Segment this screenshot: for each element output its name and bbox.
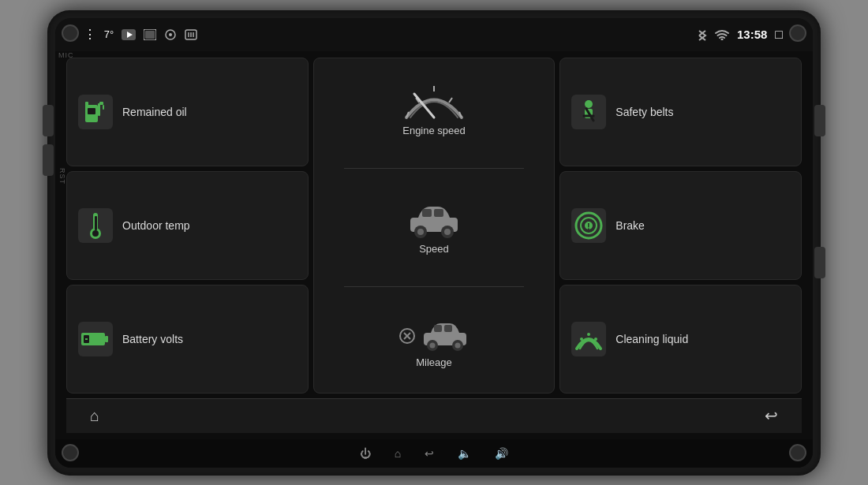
warning-x-icon <box>399 328 415 344</box>
svg-rect-23 <box>95 216 97 230</box>
cleaning-liquid-widget[interactable]: Cleaning liquid <box>559 285 802 394</box>
power-icon[interactable]: ⏻ <box>360 447 371 460</box>
svg-rect-15 <box>99 102 103 105</box>
media-icon-1[interactable] <box>144 29 156 40</box>
speed-section: Speed <box>322 200 547 255</box>
cleaning-liquid-label: Cleaning liquid <box>615 333 688 345</box>
side-button-left-mid[interactable] <box>43 144 54 176</box>
svg-point-17 <box>585 100 593 108</box>
svg-point-47 <box>444 229 451 235</box>
svg-point-57 <box>455 343 460 349</box>
side-button-right-bot[interactable] <box>814 247 825 278</box>
home-sys-icon[interactable]: ⌂ <box>395 447 401 460</box>
svg-line-38 <box>449 98 452 103</box>
wifi-icon <box>715 29 729 40</box>
svg-point-59 <box>587 333 590 336</box>
widget-grid: Remained oil <box>66 58 802 394</box>
status-right: 13:58 □ ◁ <box>698 27 800 42</box>
svg-point-10 <box>720 38 723 40</box>
engine-speed-section: Engine speed <box>322 82 547 136</box>
svg-text:!: ! <box>588 222 590 231</box>
main-screen: Remained oil <box>55 51 813 439</box>
divider-1 <box>344 168 524 169</box>
svg-rect-13 <box>85 102 88 106</box>
side-button-left-top[interactable] <box>43 105 54 136</box>
battery-volts-label: Battery volts <box>122 333 183 345</box>
svg-point-24 <box>92 230 99 237</box>
svg-rect-16 <box>103 105 104 110</box>
status-bar: ○ ⋮ 7° <box>55 18 813 51</box>
svg-rect-3 <box>145 31 155 39</box>
svg-rect-42 <box>422 209 432 217</box>
wiper-icon <box>571 322 606 356</box>
battery-volts-widget[interactable]: Battery volts <box>66 285 309 394</box>
device-outer: MIC RST ○ ⋮ 7° <box>47 10 821 476</box>
svg-point-55 <box>429 343 435 349</box>
svg-rect-43 <box>434 209 443 217</box>
media-icon-2[interactable] <box>164 29 177 40</box>
remained-oil-label: Remained oil <box>122 106 187 118</box>
side-button-right-top[interactable] <box>814 105 825 136</box>
engine-speed-label: Engine speed <box>402 125 466 136</box>
divider-2 <box>344 286 524 287</box>
speed-label: Speed <box>419 243 449 255</box>
vol-up-icon[interactable]: 🔊 <box>495 447 508 460</box>
battery-icon <box>78 322 113 356</box>
center-widget[interactable]: Engine speed <box>313 58 556 394</box>
svg-point-58 <box>580 338 583 341</box>
safety-belts-widget[interactable]: Safety belts <box>559 58 802 166</box>
nav-bar: ⌂ ↩ <box>66 398 802 433</box>
dots-icon[interactable]: ⋮ <box>84 27 96 42</box>
screw-tr <box>789 24 806 42</box>
seatbelt-icon <box>571 95 606 129</box>
svg-rect-14 <box>98 103 100 116</box>
device-screen: ○ ⋮ 7° <box>55 18 813 468</box>
gauge-icon <box>402 82 466 121</box>
screw-tl <box>62 24 79 42</box>
svg-rect-30 <box>105 336 108 342</box>
screw-br <box>789 444 806 461</box>
safety-belts-label: Safety belts <box>615 106 673 118</box>
svg-point-60 <box>594 338 597 341</box>
back-sys-icon[interactable]: ↩ <box>425 447 434 460</box>
temperature-display: 7° <box>104 28 114 40</box>
sys-bar: ⏻ ⌂ ↩ 🔈 🔊 <box>55 439 813 468</box>
outdoor-temp-label: Outdoor temp <box>122 219 190 232</box>
remained-oil-widget[interactable]: Remained oil <box>66 58 309 166</box>
brake-icon: ! <box>571 208 606 243</box>
vol-down-icon[interactable]: 🔈 <box>458 447 471 460</box>
mic-label: MIC <box>58 51 74 59</box>
youtube-icon[interactable] <box>122 29 136 40</box>
svg-rect-52 <box>434 325 442 332</box>
rst-label: RST <box>58 168 66 185</box>
home-button[interactable]: ⌂ <box>90 407 99 425</box>
svg-point-5 <box>169 33 172 36</box>
fuel-icon <box>78 95 113 129</box>
brake-widget[interactable]: ! Brake <box>559 171 802 280</box>
svg-rect-12 <box>88 108 95 114</box>
media-icon-3[interactable] <box>185 29 197 40</box>
car-icon <box>406 200 462 240</box>
recents-icon[interactable]: □ <box>775 28 783 42</box>
screw-bl <box>62 444 79 461</box>
car-mileage-icon <box>421 319 469 353</box>
back-button[interactable]: ↩ <box>765 406 778 425</box>
status-left: ○ ⋮ 7° <box>68 27 688 42</box>
svg-rect-53 <box>444 325 452 332</box>
outdoor-temp-widget[interactable]: Outdoor temp <box>66 171 309 280</box>
svg-point-45 <box>417 229 424 235</box>
bluetooth-icon <box>698 28 707 42</box>
clock-display: 13:58 <box>737 28 767 41</box>
thermometer-icon <box>78 208 113 243</box>
brake-label: Brake <box>615 219 645 232</box>
mileage-label: Mileage <box>416 356 452 368</box>
mileage-section: Mileage <box>322 319 547 368</box>
